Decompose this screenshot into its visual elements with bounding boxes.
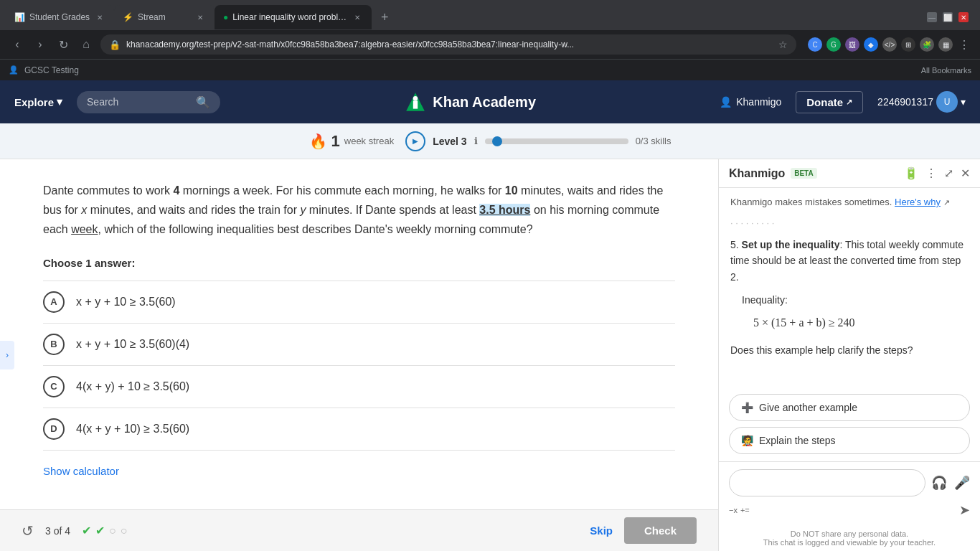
tab-student-grades[interactable]: 📊 Student Grades ✕: [6, 5, 114, 29]
donate-button[interactable]: Donate ↗: [796, 91, 863, 113]
streak-indicator: 🔥 1 week streak: [309, 132, 395, 151]
tab-stream[interactable]: ⚡ Stream ✕: [114, 5, 215, 29]
math-symbol-plus-equals: +=: [740, 506, 750, 514]
show-calculator-link[interactable]: Show calculator: [43, 465, 119, 477]
tab-icon-ka: ●: [223, 12, 228, 22]
donate-label: Donate: [806, 96, 843, 108]
ext-menu-button[interactable]: ⋮: [957, 37, 971, 52]
tab-bar: 📊 Student Grades ✕ ⚡ Stream ✕ ● Linear i…: [0, 0, 980, 30]
reload-button[interactable]: ↻: [55, 36, 72, 53]
ext-icon-g[interactable]: G: [826, 37, 841, 52]
input-bottom-row: −x += ➤: [729, 502, 970, 518]
khanmigo-actions: ➕ Give another example 🧑‍🏫 Explain the s…: [719, 387, 980, 461]
choice-circle-c: C: [43, 376, 65, 397]
choice-math-d: 4(x + y + 10) ≥ 3.5(60): [76, 423, 189, 435]
headphones-icon[interactable]: 🎧: [931, 475, 947, 491]
choice-circle-a: A: [43, 291, 65, 313]
search-bar[interactable]: Search 🔍: [77, 91, 220, 113]
khanmigo-body: Khanmigo makes mistakes sometimes. Here'…: [719, 188, 980, 387]
forward-button[interactable]: ›: [32, 36, 49, 53]
skills-count-text: 0/3 skills: [636, 136, 672, 146]
search-icon: 🔍: [196, 95, 210, 109]
explore-button[interactable]: Explore ▾: [14, 95, 62, 108]
khanmigo-content: · · · · · · · · · 5. Set up the inequali…: [730, 216, 969, 358]
disclaimer-line1: Do NOT share any personal data.: [726, 529, 973, 538]
tab-icon-stream: ⚡: [123, 12, 133, 22]
answer-choice-d[interactable]: D 4(x + y + 10) ≥ 3.5(60): [43, 408, 675, 451]
khanmigo-notice-text: Khanmigo makes mistakes sometimes.: [730, 197, 892, 207]
minimize-button[interactable]: —: [927, 12, 937, 22]
ext-icon-img[interactable]: 🖼: [845, 37, 859, 52]
answer-choice-a[interactable]: A x + y + 10 ≥ 3.5(60): [43, 281, 675, 323]
ext-icon-c[interactable]: C: [808, 37, 822, 52]
search-placeholder-text: Search: [87, 96, 118, 108]
send-icon[interactable]: ➤: [959, 502, 970, 518]
all-bookmarks-button[interactable]: All Bookmarks: [921, 66, 971, 75]
security-icon: 🔒: [109, 39, 121, 50]
home-button[interactable]: ⌂: [77, 36, 95, 53]
progress-bar: 🔥 1 week streak ▶ Level 3 ℹ 0/3 skills: [0, 123, 980, 159]
streak-label: week streak: [344, 136, 394, 146]
khanmigo-label: Khanmigo: [736, 96, 781, 108]
back-button[interactable]: ‹: [9, 36, 26, 53]
ext-icon-diamond[interactable]: ◆: [864, 37, 878, 52]
expand-icon[interactable]: ⤢: [944, 166, 953, 180]
tab-close-student-grades[interactable]: ✕: [94, 11, 105, 23]
level-text: Level 3: [433, 136, 466, 147]
browser-chrome: 📊 Student Grades ✕ ⚡ Stream ✕ ● Linear i…: [0, 0, 980, 80]
khanmigo-avatar-icon: 👤: [720, 96, 732, 108]
ka-navigation: Explore ▾ Search 🔍 Khan Academy 👤 Khanmi…: [0, 80, 980, 123]
level-section: ▶ Level 3 ℹ 0/3 skills: [405, 131, 671, 151]
maximize-button[interactable]: ⬜: [943, 12, 953, 22]
choose-answer-label: Choose 1 answer:: [43, 257, 675, 269]
play-button[interactable]: ▶: [405, 131, 425, 151]
tab-ka-active[interactable]: ● Linear inequality word problem ✕: [215, 5, 372, 29]
choice-math-a: x + y + 10 ≥ 3.5(60): [76, 296, 176, 309]
khanmigo-nav-button[interactable]: 👤 Khanmigo: [720, 96, 781, 108]
skip-button[interactable]: Skip: [590, 524, 613, 537]
khanmigo-panel: Khanmigo BETA 🔋 ⋮ ⤢ ✕ Khanmigo makes mis…: [718, 159, 980, 551]
explain-steps-label: Explain the steps: [759, 435, 836, 446]
bookmarks-icon: 👤: [9, 65, 19, 75]
reset-button[interactable]: ↺: [22, 522, 34, 540]
microphone-icon[interactable]: 🎤: [954, 475, 970, 491]
answer-choice-b[interactable]: B x + y + 10 ≥ 3.5(60)(4): [43, 323, 675, 365]
khanmigo-text-input[interactable]: [729, 469, 925, 496]
new-tab-button[interactable]: +: [374, 7, 395, 27]
ext-icon-sidebar[interactable]: ▦: [938, 37, 953, 52]
user-id-text: 2246901317: [877, 96, 933, 108]
ext-icon-puzzle[interactable]: 🧩: [920, 37, 934, 52]
explore-chevron-icon: ▾: [57, 95, 62, 108]
khanmigo-notice: Khanmigo makes mistakes sometimes. Here'…: [730, 197, 969, 207]
bottom-bar: ↺ 3 of 4 ✔ ✔ ○ ○ Skip Check: [0, 509, 718, 551]
level-info-icon[interactable]: ℹ: [474, 136, 478, 146]
bookmarks-bar: 👤 GCSC Testing All Bookmarks: [0, 59, 980, 80]
ext-icon-grid[interactable]: ⊞: [901, 37, 915, 52]
ext-icon-code[interactable]: </>: [882, 37, 897, 52]
ka-logo-icon: [404, 90, 427, 113]
user-account[interactable]: 2246901317 U ▾: [877, 91, 966, 113]
check-button[interactable]: Check: [624, 517, 697, 544]
question-panel: Dante commutes to work 4 mornings a week…: [0, 159, 718, 551]
bookmark-star-icon[interactable]: ☆: [778, 39, 788, 50]
close-khanmigo-icon[interactable]: ✕: [961, 166, 970, 180]
question-text: Dante commutes to work 4 mornings a week…: [43, 181, 675, 240]
close-button[interactable]: ✕: [958, 12, 969, 22]
menu-dots-icon[interactable]: ⋮: [925, 166, 937, 180]
user-chevron-icon: ▾: [961, 96, 966, 108]
math-tools[interactable]: −x +=: [729, 506, 750, 514]
tab-close-stream[interactable]: ✕: [194, 11, 206, 23]
khanmigo-beta-badge: BETA: [791, 168, 816, 179]
tab-close-ka[interactable]: ✕: [352, 11, 363, 23]
url-bar[interactable]: 🔒 khanacademy.org/test-prep/v2-sat-math/…: [100, 34, 796, 55]
explain-steps-button[interactable]: 🧑‍🏫 Explain the steps: [729, 427, 970, 454]
check-marks: ✔ ✔ ○ ○: [82, 524, 127, 537]
choice-circle-b: B: [43, 334, 65, 355]
give-example-button[interactable]: ➕ Give another example: [729, 394, 970, 421]
khanmigo-notice-link[interactable]: Here's why: [895, 197, 941, 207]
bookmarks-label[interactable]: GCSC Testing: [24, 65, 79, 75]
window-controls: — ⬜ ✕: [927, 12, 974, 22]
answer-choice-c[interactable]: C 4(x + y) + 10 ≥ 3.5(60): [43, 365, 675, 408]
previous-content-fade: · · · · · · · · ·: [730, 216, 969, 231]
progress-text: 3 of 4: [45, 525, 70, 537]
